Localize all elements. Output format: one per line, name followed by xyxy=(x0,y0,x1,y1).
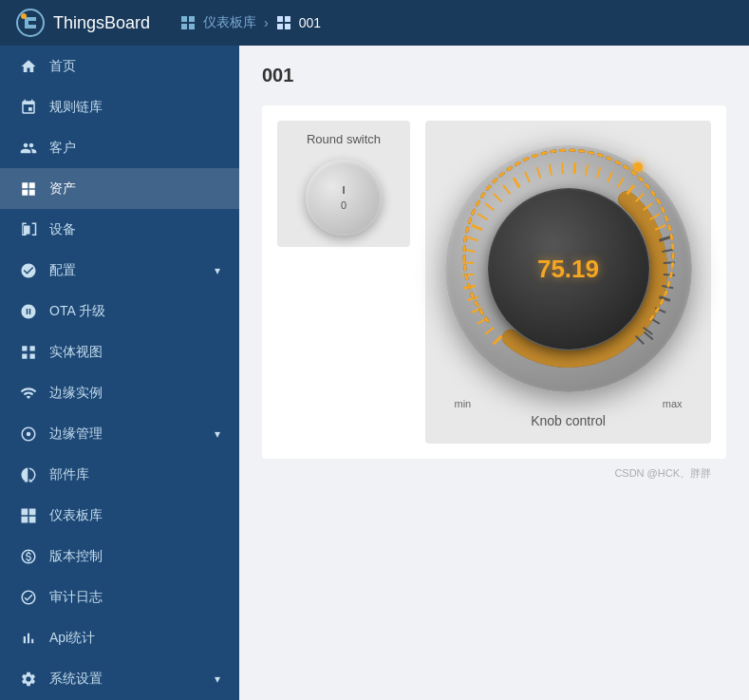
devices-icon xyxy=(19,220,38,239)
config-icon xyxy=(19,261,38,280)
svg-line-39 xyxy=(549,164,551,176)
system-icon xyxy=(19,670,38,689)
edge-mgmt-icon xyxy=(19,425,38,444)
breadcrumb-label-2: 001 xyxy=(299,15,321,30)
svg-line-54 xyxy=(663,274,674,275)
breadcrumb-icon-2 xyxy=(276,15,291,30)
sidebar-item-dashboards[interactable]: 仪表板库 xyxy=(0,496,239,537)
svg-line-22 xyxy=(484,328,493,334)
knob-container[interactable]: .tick { stroke: #666; stroke-width: 2; }… xyxy=(445,145,692,392)
entity-icon xyxy=(19,343,38,362)
svg-point-1 xyxy=(21,13,27,19)
watermark: CSDN @HCK、胖胖 xyxy=(262,459,726,488)
sidebar-label-edge-mgmt: 边缘管理 xyxy=(49,426,203,443)
svg-rect-6 xyxy=(277,16,283,22)
svg-line-40 xyxy=(562,162,563,174)
ota-icon xyxy=(19,302,38,321)
sidebar-item-rules[interactable]: 规则链库 xyxy=(0,86,239,127)
svg-rect-11 xyxy=(22,346,27,350)
knob-labels: min max xyxy=(455,398,683,409)
svg-rect-2 xyxy=(181,16,187,22)
logo-text: ThingsBoard xyxy=(53,13,150,33)
sidebar-item-config[interactable]: 配置 ▾ xyxy=(0,250,239,291)
edge-icon xyxy=(19,384,38,403)
svg-rect-3 xyxy=(189,16,195,22)
svg-line-34 xyxy=(493,194,500,201)
switch-on-label: I xyxy=(342,184,345,196)
svg-line-32 xyxy=(477,214,487,219)
home-icon xyxy=(19,57,38,76)
svg-line-56 xyxy=(659,297,669,301)
sidebar-label-dashboards: 仪表板库 xyxy=(49,507,220,524)
sidebar-item-ota[interactable]: OTA 升级 xyxy=(0,291,239,331)
version-icon xyxy=(19,547,38,566)
breadcrumb-sep: › xyxy=(264,15,269,30)
knob-outer: .tick { stroke: #666; stroke-width: 2; }… xyxy=(445,145,692,392)
sidebar-item-entity[interactable]: 实体视图 xyxy=(0,331,239,372)
logo[interactable]: ThingsBoard xyxy=(15,8,150,38)
header: ThingsBoard 仪表板库 › 001 xyxy=(0,0,749,46)
layout: 首页 规则链库 客户 资产 设备 xyxy=(0,46,749,700)
svg-rect-9 xyxy=(285,24,290,29)
svg-rect-16 xyxy=(22,509,28,516)
svg-line-47 xyxy=(635,194,643,201)
svg-rect-19 xyxy=(29,517,36,523)
chevron-down-icon-3: ▾ xyxy=(215,672,220,686)
page-title: 001 xyxy=(262,65,726,86)
svg-rect-12 xyxy=(30,346,35,350)
dashboards-icon xyxy=(19,506,38,525)
svg-rect-10 xyxy=(24,226,29,234)
sidebar-label-rules: 规则链库 xyxy=(49,99,220,116)
svg-line-42 xyxy=(586,164,588,176)
sidebar-label-config: 配置 xyxy=(49,262,203,279)
svg-rect-17 xyxy=(29,509,36,516)
breadcrumb: 仪表板库 › 001 xyxy=(180,14,321,31)
sidebar-item-widgets[interactable]: 部件库 xyxy=(0,455,239,496)
svg-point-0 xyxy=(17,9,44,36)
sidebar-item-assets[interactable]: 资产 xyxy=(0,168,239,209)
svg-rect-13 xyxy=(22,353,27,358)
svg-rect-14 xyxy=(30,353,35,358)
sidebar-item-home[interactable]: 首页 xyxy=(0,46,239,86)
svg-line-59 xyxy=(643,328,651,334)
sidebar: 首页 规则链库 客户 资产 设备 xyxy=(0,46,239,700)
sidebar-label-assets: 资产 xyxy=(49,180,220,198)
audit-icon xyxy=(19,588,38,607)
svg-line-21 xyxy=(493,336,500,344)
svg-line-27 xyxy=(462,274,474,275)
svg-rect-8 xyxy=(277,24,283,29)
round-switch-title: Round switch xyxy=(307,132,381,146)
svg-line-30 xyxy=(467,237,477,241)
sidebar-item-audit[interactable]: 审计日志 xyxy=(0,577,239,618)
svg-line-36 xyxy=(514,178,519,187)
knob-value: 75.19 xyxy=(537,255,599,284)
svg-line-31 xyxy=(471,225,481,230)
svg-line-45 xyxy=(617,178,623,187)
svg-line-50 xyxy=(655,225,665,230)
svg-rect-7 xyxy=(285,16,290,22)
rules-icon xyxy=(19,98,38,117)
sidebar-label-edge: 边缘实例 xyxy=(49,385,220,402)
knob-inner: 75.19 xyxy=(488,188,649,350)
sidebar-item-customers[interactable]: 客户 xyxy=(0,127,239,168)
breadcrumb-icon-1 xyxy=(180,15,196,30)
sidebar-label-ota: OTA 升级 xyxy=(49,303,220,320)
knob-max-label: max xyxy=(663,398,683,409)
round-switch-control[interactable]: I 0 xyxy=(306,160,382,236)
sidebar-item-version[interactable]: 版本控制 xyxy=(0,537,239,577)
dashboard-area: Round switch I 0 xyxy=(262,105,726,459)
sidebar-item-api[interactable]: Api统计 xyxy=(0,618,239,659)
sidebar-item-edge[interactable]: 边缘实例 xyxy=(0,373,239,414)
breadcrumb-label-1[interactable]: 仪表板库 xyxy=(203,14,256,31)
sidebar-label-audit: 审计日志 xyxy=(49,589,220,606)
svg-line-41 xyxy=(574,162,575,174)
svg-rect-5 xyxy=(189,24,195,29)
sidebar-item-edge-mgmt[interactable]: 边缘管理 ▾ xyxy=(0,414,239,455)
sidebar-item-system[interactable]: 系统设置 ▾ xyxy=(0,659,239,700)
sidebar-label-widgets: 部件库 xyxy=(49,466,220,483)
sidebar-item-devices[interactable]: 设备 xyxy=(0,209,239,250)
sidebar-label-entity: 实体视图 xyxy=(49,344,220,361)
svg-rect-18 xyxy=(22,517,28,523)
svg-line-35 xyxy=(502,185,509,194)
api-icon xyxy=(19,629,38,648)
